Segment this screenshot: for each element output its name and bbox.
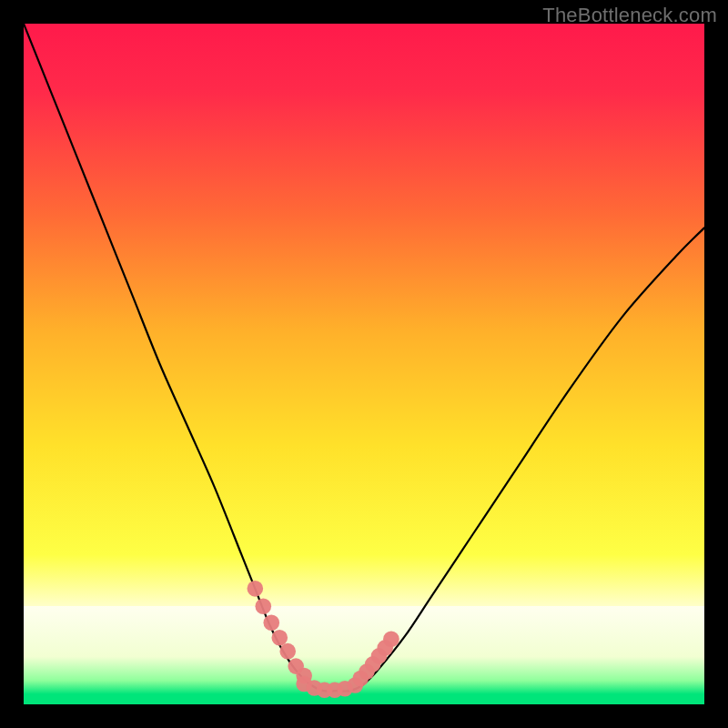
marker-dot <box>279 643 296 660</box>
marker-dot <box>248 581 264 597</box>
marker-dot <box>263 614 279 631</box>
marker-dot <box>383 631 399 647</box>
outer-frame: TheBottleneck.com <box>0 0 728 728</box>
watermark-text: TheBottleneck.com <box>542 4 717 27</box>
gradient-bg <box>24 24 704 704</box>
chart-svg <box>24 24 704 704</box>
plot-area <box>24 24 704 704</box>
marker-dot <box>271 630 288 646</box>
marker-dot <box>256 598 272 614</box>
